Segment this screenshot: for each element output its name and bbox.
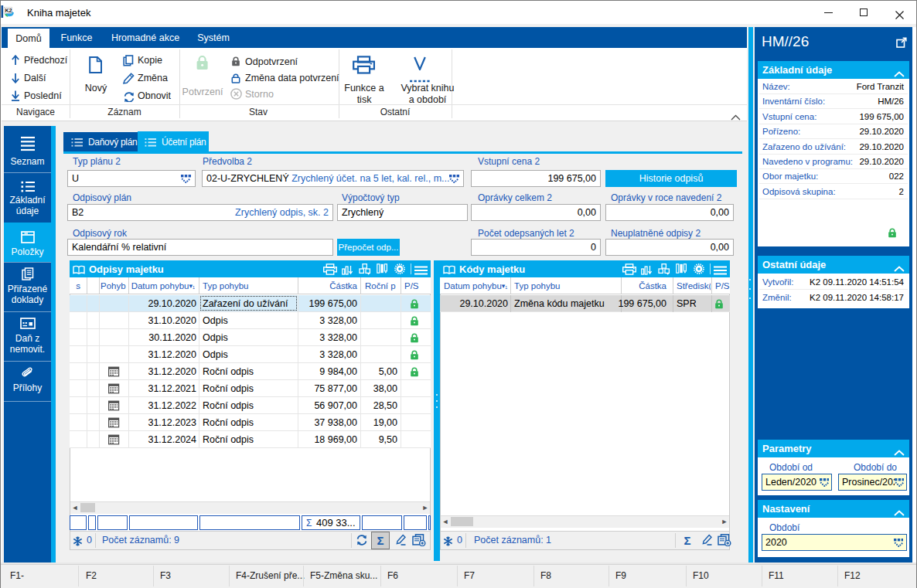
svg-text:K2: K2 [5,8,12,13]
